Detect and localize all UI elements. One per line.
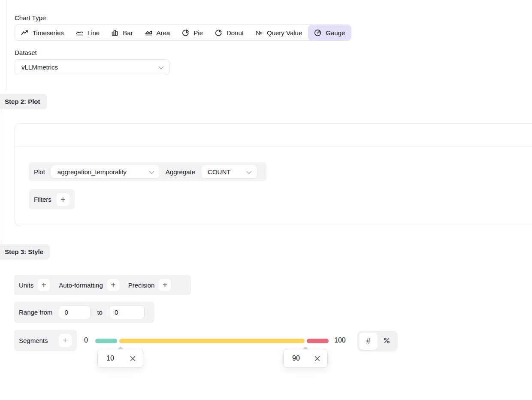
- segments-box: Segments +: [14, 330, 77, 351]
- plot-field-select[interactable]: aggregation_temporality: [51, 165, 160, 179]
- chart-type-bar[interactable]: Bar: [106, 25, 139, 40]
- gauge-segment: [307, 339, 329, 343]
- chart-type-gauge[interactable]: Gauge: [308, 25, 351, 40]
- aggregate-value: COUNT: [208, 168, 230, 176]
- chart-type-label-text: Line: [88, 29, 100, 36]
- bar-chart-icon: [112, 29, 118, 36]
- range-from-input[interactable]: [59, 305, 91, 319]
- remove-stop-button[interactable]: [314, 355, 320, 362]
- percent-mode-button[interactable]: [378, 333, 396, 350]
- chart-type-label: Chart Type: [15, 14, 46, 21]
- chart-type-query-value[interactable]: № Query Value: [250, 25, 308, 40]
- segments-bar: [95, 339, 329, 343]
- plot-field-value: aggregation_temporality: [57, 168, 127, 176]
- plus-icon: +: [60, 195, 66, 204]
- precision-label: Precision: [128, 282, 155, 289]
- format-options-row: Units + Auto-formatting + Precision +: [14, 275, 191, 295]
- plot-panel-header: [15, 124, 532, 146]
- panel-edge-line: [6, 0, 6, 91]
- percent-icon: [383, 337, 390, 345]
- donut-chart-icon: [215, 29, 222, 36]
- plot-row: Plot aggregation_temporality Aggregate C…: [29, 162, 266, 181]
- range-to-label: to: [97, 309, 103, 316]
- filters-row: Filters +: [29, 189, 75, 209]
- gauge-icon: [314, 29, 321, 36]
- line-chart-icon: [76, 29, 83, 36]
- segment-stop-value[interactable]: 90: [292, 355, 300, 362]
- dataset-select[interactable]: vLLMmetrics: [15, 59, 169, 75]
- chart-type-line[interactable]: Line: [70, 25, 106, 40]
- popover-caret-up: [302, 346, 308, 349]
- numero-icon: №: [256, 29, 263, 36]
- chevron-down-icon: [158, 64, 164, 71]
- segments-label: Segments: [19, 337, 48, 344]
- add-units-button[interactable]: +: [38, 279, 50, 291]
- segment-stop-value[interactable]: 10: [106, 355, 114, 362]
- gauge-segment: [95, 339, 117, 343]
- chart-type-label-text: Timeseries: [33, 29, 64, 36]
- plus-icon: +: [41, 281, 46, 289]
- add-auto-formatting-button[interactable]: +: [107, 279, 119, 291]
- range-row: Range from to: [14, 302, 154, 323]
- add-segment-button[interactable]: +: [59, 334, 72, 347]
- segments-scale-max: 100: [334, 336, 346, 344]
- units-label: Units: [19, 282, 33, 289]
- remove-stop-button[interactable]: [130, 355, 136, 362]
- popover-caret-up: [118, 346, 124, 349]
- segment-stop-popover: 90: [283, 349, 328, 368]
- range-from-label: Range from: [19, 309, 52, 316]
- pie-chart-icon: [182, 29, 189, 36]
- range-to-input[interactable]: [109, 305, 145, 319]
- chart-type-label-text: Area: [157, 29, 170, 36]
- dataset-value: vLLMmetrics: [21, 64, 58, 71]
- add-filter-button[interactable]: +: [57, 193, 70, 206]
- step-3-badge: Step 3: Style: [0, 244, 50, 260]
- chart-type-pie[interactable]: Pie: [176, 25, 209, 40]
- timeseries-icon: [21, 29, 28, 36]
- plus-icon: +: [163, 281, 168, 289]
- area-chart-icon: [145, 29, 152, 36]
- hash-icon: #: [366, 337, 370, 346]
- step-2-badge: Step 2: Plot: [0, 94, 47, 109]
- chart-type-timeseries[interactable]: Timeseries: [15, 25, 70, 40]
- chart-type-group: Timeseries Line Bar Area Pie Donut № Que…: [15, 24, 351, 41]
- chart-type-area[interactable]: Area: [139, 25, 176, 40]
- chart-type-donut[interactable]: Donut: [209, 25, 250, 40]
- plus-icon: +: [111, 281, 116, 289]
- chevron-down-icon: [246, 168, 252, 176]
- segment-stop-popover: 10: [97, 349, 143, 368]
- aggregate-label: Aggregate: [166, 168, 195, 176]
- gauge-segment: [119, 339, 304, 343]
- plus-icon: +: [63, 336, 68, 345]
- chart-type-label-text: Bar: [123, 29, 133, 36]
- plot-panel: Plot aggregation_temporality Aggregate C…: [15, 123, 532, 226]
- chart-type-label-text: Pie: [193, 29, 203, 36]
- filters-label: Filters: [34, 196, 51, 203]
- segments-scale-min: 0: [84, 336, 88, 344]
- close-icon: [130, 355, 136, 362]
- chevron-down-icon: [149, 168, 154, 176]
- aggregate-select[interactable]: COUNT: [201, 165, 257, 179]
- stepper-connector-line: [2, 111, 2, 243]
- number-mode-button[interactable]: #: [359, 333, 378, 350]
- add-precision-button[interactable]: +: [159, 279, 171, 291]
- close-icon: [314, 355, 320, 362]
- dataset-label: Dataset: [15, 49, 37, 56]
- auto-formatting-label: Auto-formatting: [59, 282, 103, 289]
- chart-type-label-text: Donut: [227, 29, 244, 36]
- plot-label: Plot: [34, 168, 45, 176]
- chart-type-label-text: Gauge: [326, 29, 345, 36]
- chart-type-label-text: Query Value: [267, 29, 302, 36]
- segments-mode-toggle: #: [357, 331, 398, 352]
